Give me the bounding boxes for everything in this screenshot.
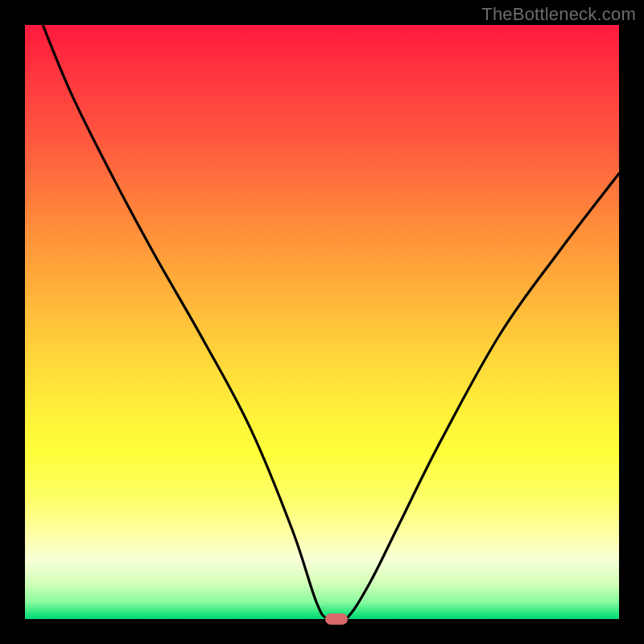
attribution-label: TheBottleneck.com xyxy=(481,4,636,25)
chart-plot-area xyxy=(25,25,619,619)
optimal-marker xyxy=(325,613,348,625)
chart-frame: TheBottleneck.com xyxy=(0,0,644,644)
bottleneck-curve xyxy=(25,25,619,619)
